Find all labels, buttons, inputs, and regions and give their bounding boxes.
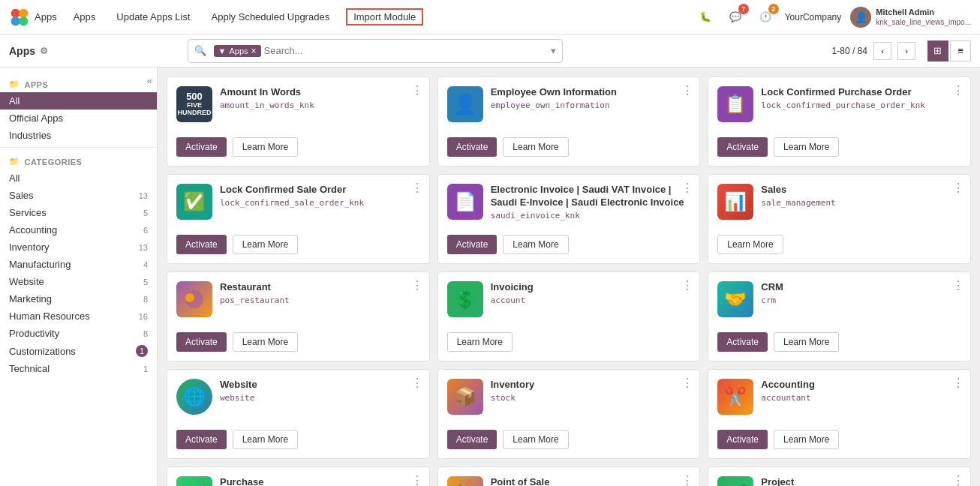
- app-icon: 📊: [717, 184, 753, 220]
- pagination-prev[interactable]: ‹: [873, 42, 891, 60]
- sidebar-item-all-categories[interactable]: All: [0, 170, 157, 187]
- category-folder-icon: 📁: [9, 157, 20, 166]
- app-name: Website: [220, 379, 420, 392]
- sidebar-item-accounting[interactable]: Accounting 6: [0, 221, 157, 238]
- card-menu-icon[interactable]: ⋮: [952, 83, 964, 98]
- sidebar-item-sales[interactable]: Sales 13: [0, 187, 157, 204]
- card-menu-icon[interactable]: ⋮: [681, 181, 693, 195]
- activate-button[interactable]: Activate: [176, 332, 227, 352]
- nav-update-apps[interactable]: Update Apps List: [112, 8, 194, 26]
- learn-more-button[interactable]: Learn More: [233, 430, 298, 449]
- learn-more-button[interactable]: Learn More: [503, 430, 568, 449]
- sidebar-item-inventory[interactable]: Inventory 13: [0, 238, 157, 256]
- sidebar-item-services[interactable]: Services 5: [0, 204, 157, 221]
- kanban-view-btn[interactable]: ⊞: [927, 40, 948, 62]
- activities-badge: 2: [768, 4, 779, 14]
- learn-more-button[interactable]: Learn More: [503, 137, 568, 157]
- activate-button[interactable]: Activate: [717, 430, 768, 449]
- card-menu-icon[interactable]: ⋮: [411, 376, 423, 390]
- card-info: Lock Confirmed Purchase Order lock_confi…: [761, 86, 961, 110]
- activate-button[interactable]: Activate: [717, 137, 768, 157]
- bug-icon-btn[interactable]: 🐛: [695, 7, 716, 28]
- nav-apply-scheduled[interactable]: Apply Scheduled Upgrades: [207, 8, 335, 26]
- app-module: stock: [491, 393, 691, 403]
- nav-import-module[interactable]: Import Module: [346, 8, 423, 26]
- learn-more-button[interactable]: Learn More: [233, 137, 298, 157]
- bug-icon: 🐛: [699, 11, 711, 22]
- learn-more-button[interactable]: Learn More: [233, 235, 298, 254]
- learn-more-button[interactable]: Learn More: [717, 235, 783, 254]
- sidebar-item-all-apps[interactable]: All: [0, 92, 157, 110]
- sidebar-item-customizations[interactable]: Customizations 1: [0, 342, 157, 360]
- card-menu-icon[interactable]: ⋮: [681, 278, 693, 292]
- learn-more-button[interactable]: Learn More: [503, 235, 568, 254]
- sidebar-item-industries[interactable]: Industries: [0, 127, 157, 144]
- top-navigation: Apps Apps Update Apps List Apply Schedul…: [0, 0, 980, 34]
- app-module: sale_management: [761, 198, 961, 208]
- card-menu-icon[interactable]: ⋮: [411, 473, 423, 486]
- search-dropdown-icon[interactable]: ▾: [551, 45, 556, 56]
- card-menu-icon[interactable]: ⋮: [681, 83, 693, 98]
- sidebar-item-official-apps[interactable]: Official Apps: [0, 110, 157, 127]
- sidebar-collapse-btn[interactable]: «: [147, 75, 152, 86]
- card-menu-icon[interactable]: ⋮: [681, 376, 693, 390]
- app-name: Restaurant: [220, 281, 420, 294]
- app-icon: 📄: [447, 184, 483, 220]
- activate-button[interactable]: Activate: [176, 235, 227, 254]
- activate-button[interactable]: Activate: [447, 430, 498, 449]
- sidebar-item-marketing[interactable]: Marketing 8: [0, 290, 157, 308]
- search-input[interactable]: [264, 45, 548, 56]
- nav-apps[interactable]: Apps: [69, 8, 101, 26]
- learn-more-button[interactable]: Learn More: [447, 332, 513, 352]
- filter-tag-apps[interactable]: ▼ Apps ×: [214, 45, 261, 57]
- sidebar-item-website[interactable]: Website 5: [0, 273, 157, 290]
- app-icon: ✂️: [717, 379, 753, 415]
- activate-button[interactable]: Activate: [717, 332, 768, 352]
- card-info: Invoicing account: [491, 281, 691, 305]
- user-menu[interactable]: 👤 Mitchell Admin knk_sale_line_views_imp…: [850, 7, 971, 28]
- card-menu-icon[interactable]: ⋮: [411, 278, 423, 292]
- learn-more-button[interactable]: Learn More: [233, 332, 298, 352]
- card-menu-icon[interactable]: ⋮: [952, 473, 964, 486]
- app-card: ⋮ ✔️ Project project Activate Learn More: [708, 466, 971, 486]
- sidebar-item-manufacturing[interactable]: Manufacturing 4: [0, 256, 157, 273]
- search-icon: 🔍: [194, 45, 206, 56]
- app-name: Electronic Invoice | Saudi VAT Invoice |…: [491, 184, 691, 209]
- card-actions: Activate Learn More: [717, 137, 961, 157]
- learn-more-button[interactable]: Learn More: [774, 332, 839, 352]
- card-header: 500FIVEHUNDRED Amount In Words amount_in…: [176, 86, 420, 122]
- app-module: amount_in_words_knk: [220, 100, 420, 110]
- activate-button[interactable]: Activate: [176, 137, 227, 157]
- card-menu-icon[interactable]: ⋮: [681, 473, 693, 486]
- apps-section: 📁 APPS All Official Apps Industries: [0, 74, 157, 144]
- card-header: 💲 Invoicing account: [447, 281, 691, 317]
- app-card: ⋮ 📊 Sales sale_management Learn More: [708, 174, 971, 264]
- activate-button[interactable]: Activate: [447, 235, 498, 254]
- sidebar-item-human-resources[interactable]: Human Resources 16: [0, 308, 157, 325]
- card-menu-icon[interactable]: ⋮: [952, 181, 964, 195]
- card-header: 🛍️ Point of Sale point_of_sale: [447, 476, 691, 486]
- activate-button[interactable]: Activate: [447, 137, 498, 157]
- sidebar-item-productivity[interactable]: Productivity 8: [0, 325, 157, 342]
- list-view-btn[interactable]: ≡: [950, 40, 971, 62]
- card-menu-icon[interactable]: ⋮: [411, 181, 423, 195]
- app-module: employee_own_information: [491, 100, 691, 110]
- second-bar: Apps ⚙ 🔍 ▼ Apps × ▾ 1-80 / 84 ‹ › ⊞ ≡: [0, 34, 980, 68]
- card-menu-icon[interactable]: ⋮: [952, 278, 964, 292]
- card-info: Project project: [761, 476, 961, 486]
- activities-btn[interactable]: 🕐 2: [755, 7, 776, 28]
- logo-label: Apps: [35, 11, 57, 22]
- sidebar-item-technical[interactable]: Technical 1: [0, 360, 157, 377]
- app-name: Point of Sale: [491, 476, 691, 486]
- learn-more-button[interactable]: Learn More: [774, 430, 839, 449]
- pagination-next[interactable]: ›: [897, 42, 915, 60]
- learn-more-button[interactable]: Learn More: [774, 137, 839, 157]
- messages-btn[interactable]: 💬 7: [725, 7, 746, 28]
- card-menu-icon[interactable]: ⋮: [411, 83, 423, 98]
- filter-remove-btn[interactable]: ×: [251, 46, 257, 56]
- gear-icon[interactable]: ⚙: [40, 46, 48, 56]
- activate-button[interactable]: Activate: [176, 430, 227, 449]
- card-menu-icon[interactable]: ⋮: [952, 376, 964, 390]
- svg-point-5: [185, 293, 194, 302]
- logo[interactable]: Apps: [9, 7, 57, 28]
